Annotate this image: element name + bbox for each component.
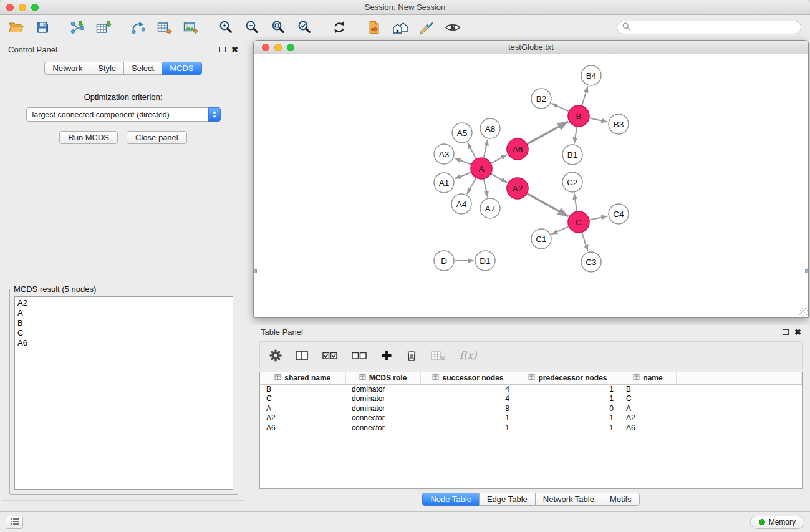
table-cell[interactable]: A6 [260, 423, 345, 433]
graph-node-B2[interactable]: B2 [531, 89, 551, 109]
graph-node-C1[interactable]: C1 [531, 229, 551, 249]
result-item[interactable]: A6 [15, 338, 233, 348]
run-mcds-button[interactable]: Run MCDS [59, 131, 118, 144]
table-cell[interactable]: 4 [420, 394, 516, 404]
graph-node-D[interactable]: D [434, 251, 454, 271]
graph-edge-C-C4[interactable] [590, 216, 608, 220]
graph-edge-A-A1[interactable] [455, 172, 471, 178]
graph-edge-B-B4[interactable] [582, 86, 587, 105]
graph-edge-A-A8[interactable] [484, 140, 488, 158]
delete-row-icon[interactable] [406, 349, 417, 362]
table-cell[interactable]: 1 [516, 414, 620, 423]
zoom-fit-icon[interactable] [268, 18, 288, 37]
export-image-icon[interactable] [181, 18, 201, 37]
graph-node-A8[interactable]: A8 [480, 118, 500, 138]
table-cell[interactable]: 4 [420, 384, 516, 394]
tab-network-table[interactable]: Network Table [535, 493, 602, 506]
graph-edge-A-A5[interactable] [468, 143, 476, 158]
float-table-panel-icon[interactable] [783, 329, 789, 335]
graph-edge-A-A3[interactable] [455, 158, 471, 164]
zoom-in-icon[interactable] [216, 18, 236, 37]
table-cell[interactable]: dominator [345, 384, 420, 394]
graph-node-A5[interactable]: A5 [452, 123, 472, 143]
gear-icon[interactable] [269, 349, 282, 362]
table-cell[interactable]: 1 [516, 384, 620, 394]
tab-select[interactable]: Select [123, 62, 162, 75]
network-graph[interactable]: B4B2BB3B1A5A8A6A3AA1C2A2A4A7C4CC1C3DD1 [254, 54, 808, 317]
graph-node-C3[interactable]: C3 [581, 252, 601, 272]
table-cell[interactable]: B [620, 384, 676, 394]
close-table-panel-icon[interactable]: ✖ [794, 328, 801, 336]
table-cell[interactable]: 1 [420, 414, 516, 423]
graph-node-A3[interactable]: A3 [434, 144, 454, 164]
network-canvas[interactable]: B4B2BB3B1A5A8A6A3AA1C2A2A4A7C4CC1C3DD1 [254, 54, 808, 317]
import-network-icon[interactable] [67, 18, 87, 37]
graph-edge-B-B3[interactable] [590, 118, 608, 122]
network-window-titlebar[interactable]: testGlobe.txt [254, 41, 808, 54]
graph-node-B[interactable]: B [568, 105, 589, 127]
table-cell[interactable]: B [260, 384, 345, 394]
graph-edge-C-C3[interactable] [582, 233, 587, 251]
table-cell[interactable]: A [260, 404, 345, 414]
graph-node-A7[interactable]: A7 [480, 198, 500, 218]
close-panel-button[interactable]: Close panel [127, 131, 187, 144]
houses-icon[interactable] [390, 18, 410, 37]
table-cell[interactable]: A6 [620, 423, 676, 433]
tab-motifs[interactable]: Motifs [602, 493, 640, 506]
table-cell[interactable]: C [260, 394, 345, 404]
graph-edge-A-A6[interactable] [491, 155, 507, 163]
result-item[interactable]: B [15, 318, 233, 328]
memory-button[interactable]: Memory [750, 516, 804, 529]
graph-node-D1[interactable]: D1 [475, 251, 495, 271]
graph-edge-C-C2[interactable] [574, 193, 577, 211]
graph-node-A6[interactable]: A6 [507, 138, 528, 160]
graph-node-B1[interactable]: B1 [562, 145, 582, 165]
result-item[interactable]: A [15, 308, 233, 318]
tab-style[interactable]: Style [90, 62, 124, 75]
search-input[interactable] [634, 22, 796, 32]
save-session-icon[interactable] [32, 18, 52, 37]
table-cell[interactable]: A [620, 404, 676, 414]
select-all-icon[interactable] [322, 349, 338, 362]
graph-node-A1[interactable]: A1 [434, 173, 454, 193]
table-row[interactable]: A2connector11A2 [260, 414, 802, 423]
optimization-criterion-select[interactable]: largest connected component (directed) [26, 107, 221, 122]
graph-edge-C-C1[interactable] [551, 226, 568, 234]
delete-table-icon[interactable] [430, 349, 446, 362]
tab-edge-table[interactable]: Edge Table [479, 493, 536, 506]
graph-edge-A6-B[interactable] [528, 122, 568, 143]
document-arrow-icon[interactable] [364, 18, 384, 37]
column-header-mcds-role[interactable]: MCDS role [345, 372, 420, 384]
add-row-icon[interactable] [380, 349, 393, 362]
graph-edge-B-B2[interactable] [551, 104, 568, 112]
column-header-predecessor-nodes[interactable]: predecessor nodes [516, 372, 620, 384]
annotation-check-icon[interactable] [417, 18, 436, 37]
tab-node-table[interactable]: Node Table [422, 493, 480, 506]
canvas-right-handle[interactable] [805, 269, 808, 273]
graph-node-C4[interactable]: C4 [609, 204, 629, 224]
table-cell[interactable]: 1 [516, 423, 620, 433]
close-panel-icon[interactable]: ✖ [231, 46, 238, 54]
table-cell[interactable]: dominator [345, 394, 420, 404]
table-cell[interactable]: 1 [420, 423, 516, 433]
graph-edge-B-B1[interactable] [574, 127, 577, 143]
graph-edge-A-A4[interactable] [467, 178, 476, 195]
mcds-result-list[interactable]: A2ABCA6 [14, 296, 233, 490]
show-graphics-details-icon[interactable] [443, 18, 463, 37]
search-box[interactable] [617, 21, 801, 34]
open-session-icon[interactable] [6, 18, 26, 37]
graph-edge-A-A2[interactable] [491, 174, 508, 183]
deselect-all-icon[interactable] [351, 349, 367, 362]
graph-node-B4[interactable]: B4 [581, 65, 601, 85]
column-header-name[interactable]: name [620, 372, 676, 384]
table-row[interactable]: Bdominator41B [260, 384, 802, 394]
column-header-shared-name[interactable]: shared name [260, 372, 345, 384]
zoom-selected-icon[interactable] [294, 18, 314, 37]
graph-edge-A2-C[interactable] [528, 194, 569, 216]
import-table-icon[interactable] [94, 18, 113, 37]
table-cell[interactable]: connector [345, 414, 420, 423]
float-panel-icon[interactable] [219, 47, 226, 52]
table-row[interactable]: Cdominator41C [260, 394, 802, 404]
resize-grip[interactable] [799, 308, 808, 316]
table-cell[interactable]: connector [345, 423, 420, 433]
